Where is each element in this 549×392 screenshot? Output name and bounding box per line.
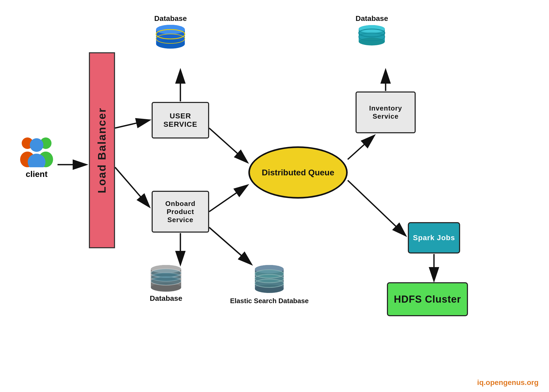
database2-label: Database: [356, 14, 388, 23]
svg-point-21: [156, 39, 185, 49]
distributed-queue-label: Distributed Queue: [262, 168, 334, 177]
watermark: iq.opengenus.org: [477, 378, 539, 387]
spark-jobs-box: Spark Jobs: [408, 222, 460, 253]
database3-icon: [149, 264, 183, 293]
elastic-db-icon: [252, 264, 286, 295]
hdfs-cluster-label: HDFS Cluster: [394, 294, 461, 305]
database2-container: Database: [356, 14, 388, 48]
elastic-db-label: Elastic Search Database: [230, 297, 309, 305]
load-balancer-label: Load Balancer: [96, 107, 108, 193]
elastic-db-container: Elastic Search Database: [230, 264, 309, 305]
svg-point-27: [359, 38, 385, 45]
svg-line-5: [209, 128, 247, 162]
user-service-box: USER SERVICE: [152, 102, 209, 139]
inventory-service-box: Inventory Service: [356, 91, 416, 133]
svg-point-40: [151, 277, 181, 285]
svg-point-17: [30, 138, 43, 152]
database2-icon: [356, 24, 387, 48]
svg-line-8: [209, 227, 251, 264]
svg-line-3: [115, 167, 149, 206]
hdfs-cluster-box: HDFS Cluster: [387, 282, 468, 316]
onboard-service-box: Onboard Product Service: [152, 191, 209, 233]
onboard-service-label: Onboard Product Service: [153, 200, 208, 224]
client-label: client: [26, 169, 48, 179]
arrows-svg: [0, 0, 549, 392]
database1-container: Database: [154, 14, 187, 50]
client-icons: [16, 136, 58, 167]
svg-line-2: [115, 120, 149, 128]
load-balancer: Load Balancer: [89, 52, 115, 248]
diagram-container: client Load Balancer USER SERVICE Onboar…: [0, 0, 549, 392]
client-group: client: [16, 136, 58, 179]
svg-line-9: [348, 136, 374, 159]
user-service-label: USER SERVICE: [153, 112, 208, 129]
database3-container: Database: [149, 264, 183, 303]
inventory-service-label: Inventory Service: [357, 104, 415, 120]
database3-label: Database: [150, 294, 182, 303]
svg-line-6: [209, 186, 247, 212]
spark-jobs-label: Spark Jobs: [413, 234, 455, 242]
svg-line-11: [348, 180, 405, 235]
database1-label: Database: [154, 14, 187, 23]
database1-icon: [155, 24, 186, 50]
distributed-queue-box: Distributed Queue: [248, 146, 348, 199]
